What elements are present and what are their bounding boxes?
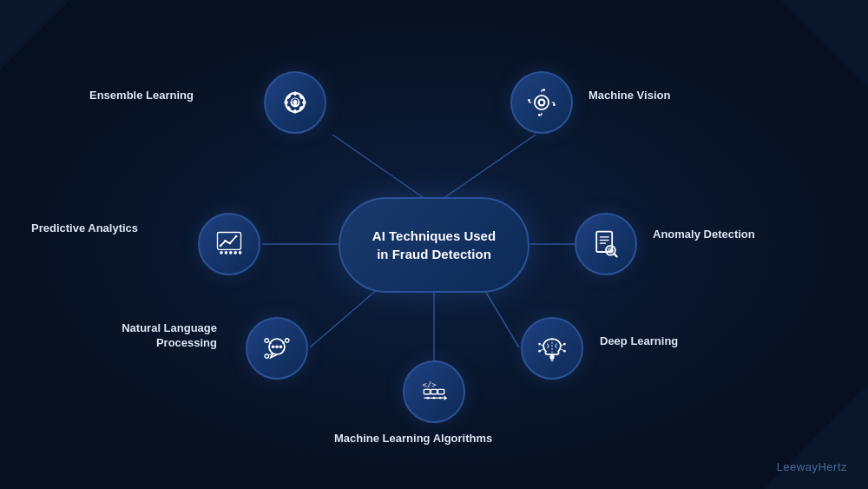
gear-lightbulb-icon bbox=[279, 87, 311, 118]
code-table-icon: </> bbox=[418, 376, 450, 407]
diagram-container: AI Techniques Usedin Fraud Detection Ens… bbox=[0, 0, 868, 489]
svg-point-31 bbox=[542, 89, 545, 91]
chart-dots-icon bbox=[214, 228, 245, 260]
svg-rect-10 bbox=[294, 109, 297, 114]
document-magnify-icon bbox=[590, 228, 621, 260]
svg-rect-83 bbox=[431, 389, 437, 393]
svg-rect-50 bbox=[596, 232, 612, 252]
svg-point-22 bbox=[540, 101, 544, 105]
svg-point-41 bbox=[225, 251, 228, 254]
svg-rect-35 bbox=[218, 233, 241, 250]
svg-rect-9 bbox=[294, 91, 297, 96]
node-predictive-analytics bbox=[198, 213, 260, 275]
svg-point-87 bbox=[426, 397, 429, 400]
label-anomaly-detection: Anomaly Detection bbox=[653, 228, 755, 242]
svg-line-56 bbox=[614, 254, 616, 256]
svg-text:</>: </> bbox=[423, 380, 437, 389]
label-ml-algorithms: Machine Learning Algorithms bbox=[334, 432, 492, 446]
svg-point-34 bbox=[553, 103, 556, 106]
svg-point-38 bbox=[229, 242, 232, 245]
label-nlp: Natural LanguageProcessing bbox=[104, 321, 217, 351]
svg-point-88 bbox=[433, 397, 436, 400]
svg-line-0 bbox=[332, 135, 434, 205]
svg-rect-82 bbox=[424, 389, 430, 393]
svg-point-74 bbox=[538, 343, 541, 346]
label-deep-learning: Deep Learning bbox=[600, 334, 678, 349]
center-title: AI Techniques Usedin Fraud Detection bbox=[364, 218, 504, 272]
label-machine-vision: Machine Vision bbox=[589, 89, 670, 103]
svg-point-78 bbox=[563, 343, 566, 346]
svg-rect-84 bbox=[438, 389, 444, 393]
node-ml-algorithms: </> bbox=[403, 360, 465, 423]
svg-point-76 bbox=[538, 350, 541, 353]
svg-point-42 bbox=[229, 251, 233, 254]
svg-line-79 bbox=[561, 349, 564, 351]
watermark: LeewayHertz bbox=[777, 460, 847, 473]
svg-line-75 bbox=[541, 349, 544, 351]
svg-point-80 bbox=[563, 350, 566, 353]
svg-point-39 bbox=[235, 235, 238, 238]
svg-marker-86 bbox=[444, 396, 448, 400]
svg-point-44 bbox=[239, 251, 242, 254]
svg-rect-11 bbox=[284, 102, 288, 104]
svg-point-67 bbox=[265, 354, 269, 359]
node-nlp bbox=[246, 317, 308, 380]
node-deep-learning bbox=[521, 317, 583, 380]
svg-point-66 bbox=[285, 339, 289, 343]
svg-point-60 bbox=[272, 345, 275, 348]
svg-point-43 bbox=[233, 251, 237, 254]
label-predictive-analytics: Predictive Analytics bbox=[31, 221, 138, 236]
brain-lightbulb-icon bbox=[536, 333, 568, 364]
center-node: AI Techniques Usedin Fraud Detection bbox=[339, 197, 529, 293]
node-machine-vision bbox=[510, 71, 573, 134]
eye-circuit-icon bbox=[526, 87, 557, 118]
svg-rect-12 bbox=[302, 102, 306, 104]
svg-point-33 bbox=[528, 99, 530, 102]
svg-point-61 bbox=[275, 345, 279, 348]
svg-point-62 bbox=[279, 345, 283, 348]
svg-point-37 bbox=[224, 240, 227, 242]
node-anomaly-detection bbox=[575, 213, 637, 275]
svg-line-1 bbox=[434, 135, 536, 205]
svg-point-65 bbox=[265, 339, 269, 343]
svg-point-32 bbox=[538, 114, 541, 116]
chat-network-icon bbox=[261, 333, 293, 364]
svg-point-40 bbox=[220, 251, 223, 254]
svg-point-89 bbox=[439, 397, 442, 400]
svg-point-36 bbox=[220, 244, 222, 247]
node-ensemble-learning bbox=[264, 71, 326, 134]
label-ensemble-learning: Ensemble Learning bbox=[89, 89, 194, 103]
